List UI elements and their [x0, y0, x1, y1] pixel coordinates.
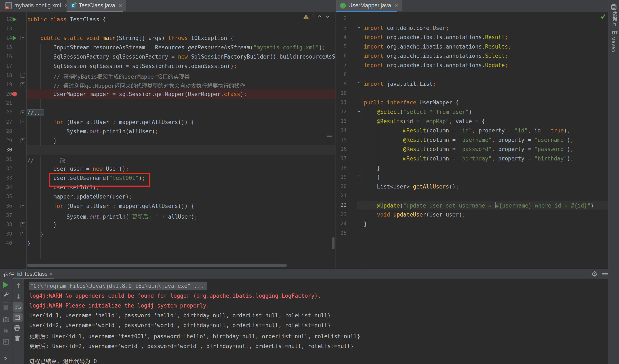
code-line[interactable]: import org.apache.ibatis.annotations.Sel… — [364, 53, 508, 59]
code-line[interactable]: @Select("select * from user") — [364, 109, 472, 115]
gutter-line-number[interactable]: 15 — [336, 137, 347, 143]
minimize-icon[interactable] — [602, 273, 608, 274]
code-line[interactable]: public static void main(String[] args) t… — [27, 35, 234, 41]
gutter-line-number[interactable]: 5 — [336, 43, 347, 49]
fold-minus-icon[interactable]: − — [357, 26, 361, 30]
gutter-line-number[interactable]: 12 — [336, 109, 347, 115]
code-line[interactable]: public interface UserMapper { — [364, 99, 459, 106]
inspection-ok-icon[interactable] — [600, 13, 606, 20]
fold-end-icon[interactable]: ^ — [21, 232, 25, 236]
code-line[interactable]: System.out.println(allUser); — [27, 128, 158, 135]
gutter-line-number[interactable]: 33 — [0, 175, 12, 181]
more-actions-icon[interactable]: » — [3, 354, 7, 362]
scroll-to-end-toggle[interactable] — [13, 312, 23, 322]
gutter-line-number[interactable]: 38 — [0, 222, 12, 227]
close-icon[interactable]: × — [50, 271, 53, 277]
gutter-line-number[interactable]: 37 — [0, 212, 12, 218]
console-line[interactable]: 更新后: User{id=1, username='test001', pass… — [29, 332, 360, 340]
code-line[interactable]: System.out.println("更新后: " + allUser); — [27, 212, 197, 220]
fold-minus-icon[interactable]: − — [21, 204, 25, 208]
gutter-line-number[interactable]: 30 — [0, 147, 12, 153]
gutter-line-number[interactable]: 20 — [336, 183, 347, 189]
code-line[interactable]: for (User allUser : mapper.getAllUsers()… — [27, 203, 194, 209]
horizontal-scrollbar[interactable] — [27, 264, 287, 267]
editor-testclass[interactable]: 12public class TestClass {1314− public s… — [0, 12, 335, 269]
gutter-line-number[interactable]: 17 — [0, 63, 12, 69]
gutter-line-number[interactable]: 18 — [336, 165, 347, 171]
code-line[interactable]: User user = new User(); — [27, 166, 129, 172]
gear-icon[interactable]: ⚙ — [591, 270, 597, 278]
fold-end-icon[interactable]: ^ — [21, 138, 25, 143]
gutter-line-number[interactable]: 35 — [0, 193, 12, 199]
code-line[interactable]: public class TestClass { — [27, 16, 106, 23]
gutter-line-number[interactable]: 11 — [336, 99, 347, 105]
gutter-line-number[interactable]: 22 — [0, 110, 12, 115]
code-line[interactable]: InputStream resourceAsStream = Resources… — [27, 44, 325, 51]
vertical-scrollbar-thumb[interactable] — [332, 237, 335, 249]
stop-button[interactable] — [3, 305, 8, 310]
code-line[interactable]: } — [27, 240, 30, 246]
code-line[interactable]: @Results(id = "empMap", value = { — [364, 118, 485, 124]
gutter-line-number[interactable]: 4 — [336, 34, 347, 40]
database-icon[interactable] — [611, 4, 617, 10]
console-tab-testclass[interactable]: TestClass × — [14, 269, 54, 279]
code-line[interactable]: SqlSession sqlSession = sqlSessionFactor… — [27, 63, 237, 69]
code-line[interactable]: for (User allUser : mapper.getAllUsers()… — [27, 119, 194, 125]
code-line[interactable]: void updateUser(User user); — [364, 212, 465, 218]
close-icon[interactable]: × — [119, 2, 122, 9]
gutter-line-number[interactable]: 18 — [0, 72, 12, 78]
code-line[interactable]: // 通过利用getMapper返回来的代理类型的对象会自动去执行想要执行的操作 — [27, 81, 245, 89]
gutter-line-number[interactable]: 15 — [0, 44, 12, 50]
gutter-line-number[interactable]: 34 — [0, 184, 12, 190]
screenshot-camera-icon[interactable] — [3, 316, 9, 323]
code-line[interactable]: SqlSessionFactory sqlSessionFactory = ne… — [27, 54, 335, 60]
code-line[interactable]: @Result(column = "birthday", property = … — [364, 155, 574, 162]
code-line[interactable]: import java.util.List; — [364, 81, 436, 87]
code-line[interactable]: @Update("update user set username = #{us… — [364, 202, 594, 209]
gutter-line-number[interactable]: 14 — [0, 35, 12, 41]
code-line[interactable]: // 改 — [27, 156, 66, 164]
exit-icon[interactable] — [3, 338, 9, 345]
gutter-line-number[interactable]: 16 — [336, 146, 347, 152]
gutter-line-number[interactable]: 21 — [0, 100, 12, 106]
gutter-line-number[interactable]: 31 — [0, 156, 12, 162]
code-line[interactable]: // 获得MyBatis框架生成的UserMapper接口的实现类 — [27, 72, 190, 80]
chevron-up-icon[interactable] — [317, 14, 322, 19]
fold-end-icon[interactable]: ^ — [21, 82, 25, 87]
scroll-down-icon[interactable]: ↓ — [15, 293, 22, 301]
code-line[interactable]: List<User> getAllUsers(); — [364, 183, 459, 190]
console-line[interactable]: 进程已结束, 退出代码为 0 — [29, 357, 97, 364]
code-line[interactable]: import org.apache.ibatis.annotations.Upd… — [364, 62, 508, 68]
gutter-line-number[interactable]: 29 — [0, 138, 12, 144]
gutter-line-number[interactable]: 3 — [336, 25, 347, 31]
gutter-line-number[interactable]: 22 — [336, 202, 347, 208]
edit-configuration-wrench-icon[interactable] — [3, 292, 9, 298]
console-line[interactable]: User{id=2, username='world', password='w… — [29, 322, 331, 328]
code-line[interactable]: //... — [27, 110, 43, 116]
gutter-line-number[interactable]: 20 — [0, 91, 12, 97]
gutter-line-number[interactable]: 17 — [336, 155, 347, 161]
editor-usermapper[interactable]: 23−import com.demo.core.User;4import org… — [336, 12, 608, 269]
gutter-line-number[interactable]: 21 — [336, 193, 347, 199]
clear-all-trash-icon[interactable] — [14, 335, 21, 341]
code-line[interactable]: @Result(column = "password", property = … — [364, 146, 574, 152]
code-line[interactable]: @Result(column = "id", property = "id", … — [364, 127, 570, 134]
gutter-line-number[interactable]: 36 — [0, 203, 12, 209]
restart-debugger-icon[interactable] — [3, 328, 9, 334]
gutter-line-number[interactable]: 32 — [0, 166, 12, 172]
gutter-line-number[interactable]: 23 — [336, 212, 347, 217]
fold-plus-icon[interactable]: + — [21, 110, 25, 115]
console-line[interactable]: log4j:WARN Please initialize the log4j s… — [29, 302, 210, 309]
console-output-area[interactable]: » ↑ ↓ "C:\Program Files\Java\jdk1.8.0_16… — [0, 279, 608, 364]
fold-end-icon[interactable]: ^ — [21, 222, 25, 227]
fold-minus-icon[interactable]: − — [21, 73, 25, 78]
console-line[interactable]: log4j:WARN No appenders could be found f… — [29, 293, 321, 299]
tab-testclass[interactable]: C TestClass.java × — [67, 0, 126, 11]
console-line[interactable]: "C:\Program Files\Java\jdk1.8.0_162\bin\… — [29, 283, 207, 289]
gutter-line-number[interactable]: 6 — [336, 53, 347, 59]
run-gutter-icon[interactable] — [13, 17, 16, 22]
gutter-line-number[interactable]: 25 — [336, 230, 347, 236]
code-line[interactable]: } — [364, 165, 380, 171]
fold-minus-icon[interactable]: − — [21, 36, 25, 40]
gutter-line-number[interactable]: 2 — [336, 15, 347, 21]
